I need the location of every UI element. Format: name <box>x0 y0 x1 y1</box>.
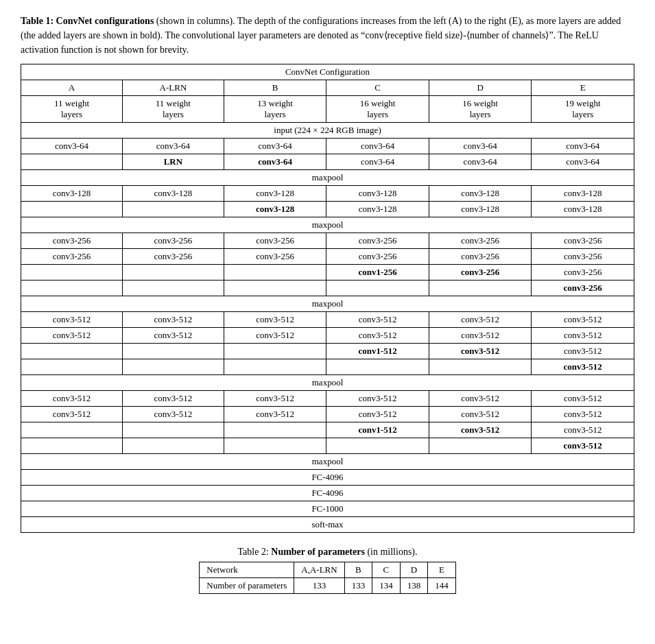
table2-header-network: Network <box>200 562 294 578</box>
cell: conv3-128 <box>429 186 532 202</box>
cell: conv3-512 <box>326 391 429 407</box>
cell: conv3-64 <box>224 154 326 170</box>
maxpool-2: maxpool <box>21 217 634 233</box>
cell: conv3-512 <box>429 422 532 438</box>
cell <box>429 438 532 454</box>
cell: conv3-512 <box>532 359 634 375</box>
cell: conv3-64 <box>326 154 429 170</box>
cell: conv3-512 <box>532 344 634 359</box>
table2-label: Table 2: <box>237 547 268 557</box>
cell: conv3-512 <box>122 407 224 422</box>
weight-e: 19 weightlayers <box>532 96 634 123</box>
cell: conv3-512 <box>122 391 224 407</box>
cell <box>122 202 224 217</box>
cell <box>326 438 429 454</box>
params-table: Network A,A-LRN B C D E Number of parame… <box>199 562 455 594</box>
table2-suffix: (in millions). <box>365 547 418 557</box>
cell: conv3-256 <box>21 233 123 249</box>
caption-title: ConvNet configurations <box>56 16 154 26</box>
cell <box>224 281 326 296</box>
cell: conv3-64 <box>122 139 224 154</box>
cell: conv3-256 <box>532 233 634 249</box>
fc-4096-2: FC-4096 <box>21 486 634 501</box>
table2-header-c: C <box>372 562 401 578</box>
table2-header-d: D <box>400 562 428 578</box>
input-row: input (224 × 224 RGB image) <box>21 123 634 139</box>
weight-a: 11 weightlayers <box>21 96 123 123</box>
cell: conv3-128 <box>429 202 532 217</box>
cell: conv3-128 <box>224 186 326 202</box>
cell: conv3-512 <box>429 407 532 422</box>
maxpool-4: maxpool <box>21 375 634 391</box>
cell: conv3-256 <box>122 233 224 249</box>
cell: conv3-512 <box>21 407 123 422</box>
caption-label: Table 1: <box>21 16 53 26</box>
cell: conv3-256 <box>429 265 532 281</box>
table2-val-c: 134 <box>372 578 401 594</box>
cell: conv3-512 <box>21 312 123 328</box>
convnet-config-table: ConvNet Configuration A A-LRN B C D E 11… <box>21 64 634 533</box>
cell: conv3-512 <box>532 422 634 438</box>
cell: conv3-64 <box>224 139 326 154</box>
cell: conv3-512 <box>122 328 224 344</box>
cell: conv3-64 <box>429 139 532 154</box>
cell: conv3-512 <box>326 407 429 422</box>
table2-row-label: Number of parameters <box>200 578 294 594</box>
cell: conv3-256 <box>21 249 123 265</box>
cell <box>429 359 532 375</box>
cell: conv3-512 <box>224 391 326 407</box>
cell: conv1-256 <box>326 265 429 281</box>
cell: conv3-128 <box>532 186 634 202</box>
cell: conv3-256 <box>429 249 532 265</box>
table2-val-b: 133 <box>344 578 372 594</box>
cell <box>224 422 326 438</box>
cell <box>326 359 429 375</box>
cell: conv3-512 <box>224 407 326 422</box>
cell: conv3-256 <box>224 249 326 265</box>
table2-header-aalrn: A,A-LRN <box>294 562 344 578</box>
cell <box>21 344 123 359</box>
cell <box>21 154 123 170</box>
cell: LRN <box>122 154 224 170</box>
cell: conv3-512 <box>224 328 326 344</box>
cell: conv3-512 <box>326 312 429 328</box>
cell <box>122 422 224 438</box>
cell: conv3-512 <box>532 328 634 344</box>
cell <box>21 359 123 375</box>
cell <box>122 265 224 281</box>
table2-caption: Table 2: Number of parameters (in millio… <box>21 547 634 558</box>
cell: conv3-512 <box>532 312 634 328</box>
cell: conv3-128 <box>224 202 326 217</box>
col-d: D <box>429 80 532 96</box>
cell: conv3-64 <box>326 139 429 154</box>
cell: conv3-256 <box>326 249 429 265</box>
cell: conv3-512 <box>21 391 123 407</box>
cell: conv3-128 <box>21 186 123 202</box>
cell <box>224 438 326 454</box>
cell <box>122 359 224 375</box>
col-a: A <box>21 80 123 96</box>
weight-alrn: 11 weightlayers <box>122 96 224 123</box>
cell: conv3-512 <box>224 312 326 328</box>
col-c: C <box>326 80 429 96</box>
table2-title: Number of parameters <box>271 547 365 557</box>
cell: conv3-512 <box>429 344 532 359</box>
cell: conv3-256 <box>122 249 224 265</box>
cell: conv3-128 <box>532 202 634 217</box>
cell: conv3-512 <box>429 328 532 344</box>
cell <box>21 202 123 217</box>
cell: conv3-256 <box>326 233 429 249</box>
fc-1000: FC-1000 <box>21 501 634 517</box>
cell <box>21 438 123 454</box>
cell: conv3-512 <box>122 312 224 328</box>
weight-c: 16 weightlayers <box>326 96 429 123</box>
cell: conv3-128 <box>326 186 429 202</box>
cell <box>224 359 326 375</box>
config-header: ConvNet Configuration <box>21 64 634 80</box>
cell: conv3-512 <box>532 438 634 454</box>
cell: conv3-512 <box>326 328 429 344</box>
cell <box>122 438 224 454</box>
cell: conv3-128 <box>326 202 429 217</box>
cell <box>224 344 326 359</box>
cell <box>429 281 532 296</box>
